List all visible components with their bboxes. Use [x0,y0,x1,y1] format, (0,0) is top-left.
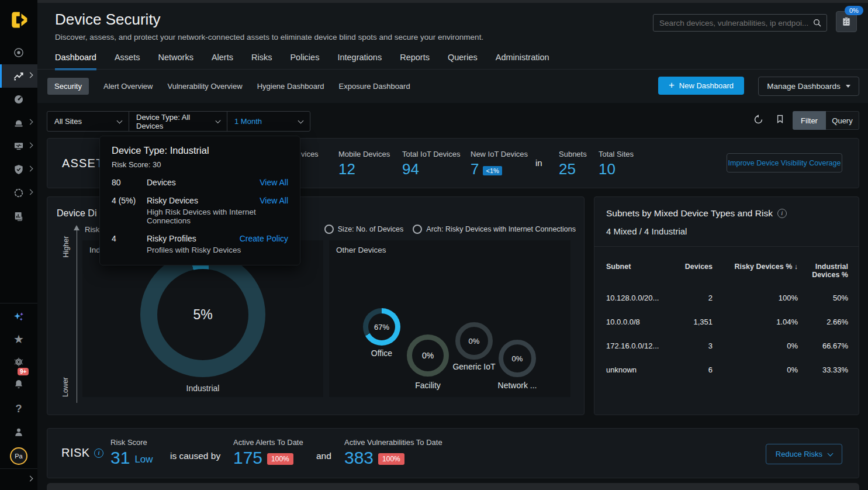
sidebar-item-discovery[interactable] [0,41,37,64]
bookmark-icon [775,113,785,125]
sidebar-item-reports[interactable] [0,205,37,228]
subnet-link[interactable]: 10.0.0.0/8 [606,310,675,334]
legend-arch-option[interactable]: Arch: Risky Devices with Internet Connec… [413,225,576,234]
subnet-link[interactable]: unknown [606,358,675,382]
subnets-table: Subnet Devices Risky Devices % ↓ Industr… [606,258,848,382]
sidebar-item-notifications[interactable]: 9+ [0,372,37,396]
filter-toggle[interactable]: Filter [793,111,826,130]
cell-industrial: 2.66% [798,310,848,334]
new-dashboard-button[interactable]: + New Dashboard [658,77,744,95]
dashboard-tab-security[interactable]: Security [47,78,89,95]
device-type-dropdown[interactable]: Device Type: All Devices [129,112,227,131]
bubble-generic-iot[interactable]: 0% [455,322,493,360]
tooltip-row-devices: 80 Devices View All [112,178,288,187]
tab-alerts[interactable]: Alerts [212,53,233,70]
cell-risky: 1.04% [713,310,798,334]
sidebar-collapse-toggle[interactable] [0,471,37,488]
sidebar-item-help[interactable]: ? [0,397,37,420]
info-icon[interactable] [777,209,787,218]
sidebar-item-device-security-active[interactable] [0,64,37,88]
tab-assets[interactable]: Assets [115,53,140,70]
stat-partial-label: vices [301,150,319,158]
subnet-link[interactable]: 172.16.0.0/12... [606,334,675,358]
sidebar-item-network[interactable] [0,134,37,158]
query-toggle[interactable]: Query [826,111,859,130]
sidebar-item-favorites[interactable]: ★ [0,327,37,351]
sidebar-item-alerts[interactable] [0,111,37,134]
axis-high-label: Higher [62,236,70,258]
chevron-down-icon [117,118,123,123]
bell-icon [13,378,25,390]
cell-devices: 2 [675,286,713,310]
chevron-down-icon [828,450,834,456]
industrial-donut-chart[interactable]: 5% [140,252,265,377]
col-devices[interactable]: Devices [675,258,713,286]
bubble-office[interactable]: 67% [363,308,400,346]
dashboard-tab-alert-overview[interactable]: Alert Overview [103,78,153,95]
stat-label: Total IoT Devices [402,150,460,158]
dashboard-tab-exposure[interactable]: Exposure Dashboard [339,78,410,95]
view-all-link[interactable]: View All [260,196,288,205]
risk-score-value: 31 [110,448,130,467]
search-icon[interactable] [812,18,822,27]
tab-administration[interactable]: Administration [496,53,549,70]
stat-total-sites: Total Sites 10 [599,150,634,178]
global-search[interactable] [653,14,827,32]
bookmark-button[interactable] [775,113,785,125]
dashboard-tab-vulnerability-overview[interactable]: Vulnerability Overview [168,78,243,95]
reduce-risks-button[interactable]: Reduce Risks [766,444,842,464]
subnet-link[interactable]: 10.128.0.0/20... [606,286,675,310]
cell-industrial: 50% [798,286,848,310]
create-policy-link[interactable]: Create Policy [240,234,288,243]
risk-score-stat: Risk Score 31 Low [110,438,153,467]
dashboard-tab-hygiene[interactable]: Hygiene Dashboard [257,78,324,95]
shield-check-icon [13,164,25,175]
alerts-value: 175 [233,448,262,467]
vulns-badge: 100% [378,453,404,465]
tooltip-subtext: Profiles with Risky Devices [112,246,288,254]
app-logo[interactable] [0,7,37,33]
refresh-icon [753,114,764,125]
stat-new-iot: New IoT Devices 7 <1% [471,150,528,178]
active-alerts-stat: Active Alerts To Date 175 100% [233,438,303,467]
claroty-logo-icon [8,9,29,30]
donut-center-value: 5% [193,307,212,323]
radio-icon[interactable] [413,225,422,234]
sidebar-item-integrations[interactable] [0,181,37,205]
search-input[interactable] [653,19,812,27]
sparkles-icon [12,310,25,323]
tab-networks[interactable]: Networks [158,53,193,70]
bubble-facility[interactable]: 0% [407,334,449,377]
tooltip-row-risky-devices: 4 (5%) Risky Devices View All [112,196,288,205]
tab-integrations[interactable]: Integrations [337,53,382,70]
tab-policies[interactable]: Policies [290,53,319,70]
chart-legend: Size: No. of Devices Arch: Risky Devices… [324,225,576,234]
tooltip-label: Risky Profiles [147,234,236,243]
view-all-link[interactable]: View All [260,178,288,187]
tab-risks[interactable]: Risks [251,53,272,70]
col-risky[interactable]: Risky Devices % ↓ [713,258,798,286]
subnets-divider [594,246,859,247]
stat-label: New IoT Devices [471,150,528,158]
tab-queries[interactable]: Queries [448,53,478,70]
clipboard-check-icon [841,16,852,27]
reset-filters-button[interactable] [753,114,764,125]
plus-icon: + [669,80,675,91]
info-icon[interactable] [94,448,103,458]
bubble-network[interactable]: 0% [499,340,536,377]
tab-dashboard[interactable]: Dashboard [55,53,96,70]
improve-visibility-button[interactable]: Improve Device Visibility Coverage [727,153,842,172]
legend-size-option[interactable]: Size: No. of Devices [324,225,404,234]
sidebar-item-user[interactable] [0,420,37,444]
time-range-dropdown[interactable]: 1 Month [227,112,310,131]
sidebar-item-dashboard[interactable] [0,88,37,111]
col-industrial[interactable]: Industrial Devices % [798,258,848,286]
sidebar-item-account[interactable]: Pa [0,444,37,468]
radio-icon[interactable] [324,225,334,234]
col-subnet[interactable]: Subnet [606,258,675,286]
manage-dashboards-button[interactable]: Manage Dashboards [758,77,859,96]
sidebar-item-policies[interactable] [0,158,37,181]
tab-reports[interactable]: Reports [400,53,430,70]
sites-dropdown[interactable]: All Sites [47,112,129,131]
sidebar-item-ai-assistant[interactable] [0,305,37,329]
